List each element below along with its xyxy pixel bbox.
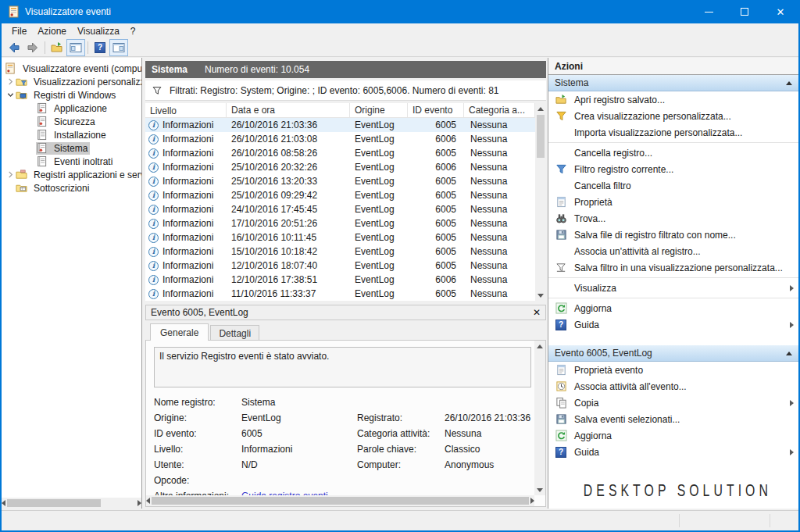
blank-icon <box>555 282 567 295</box>
tree-item-sicurezza[interactable]: Sicurezza <box>2 115 141 128</box>
status-bar <box>2 510 798 530</box>
scroll-down-icon[interactable] <box>534 484 545 495</box>
action-pane-toggle-button[interactable] <box>109 39 128 56</box>
action-guida[interactable]: ?Guida <box>548 444 798 460</box>
event-row[interactable]: iInformazioni12/10/2016 17:38:51EventLog… <box>145 273 535 287</box>
detail-scrollbar[interactable] <box>534 341 545 495</box>
event-row[interactable]: iInformazioni12/10/2016 18:07:40EventLog… <box>145 259 535 273</box>
action-trova[interactable]: Trova... <box>548 210 798 227</box>
collapse-icon[interactable] <box>786 352 792 355</box>
action-apri-registro-salvato[interactable]: Apri registro salvato... <box>548 91 798 108</box>
detail-horizontal-scrollbar[interactable] <box>146 495 534 506</box>
action-visualizza[interactable]: Visualizza <box>548 280 798 296</box>
help-button[interactable]: ? <box>91 39 109 56</box>
event-row[interactable]: iInformazioni15/10/2016 10:18:42EventLog… <box>145 245 535 259</box>
action-cancella-registro[interactable]: Cancella registro... <box>548 145 798 161</box>
filter-yellow-icon <box>555 110 567 123</box>
field-value: Nessuna <box>445 428 531 439</box>
status-separator <box>679 514 680 527</box>
menu-item-[interactable]: ? <box>125 24 141 38</box>
chevron-right-icon[interactable] <box>5 171 16 178</box>
chevron-down-icon[interactable] <box>5 91 16 98</box>
close-detail-icon[interactable]: ✕ <box>533 307 541 318</box>
column-header-cat[interactable]: Categoria a... <box>464 103 535 117</box>
action-aggiorna[interactable]: Aggiorna <box>548 427 798 444</box>
column-header-level[interactable]: Livello <box>145 103 227 117</box>
action-associa-un-attivit-al-registro[interactable]: Associa un'attività al registro... <box>548 243 798 259</box>
event-row[interactable]: iInformazioni26/10/2016 21:03:08EventLog… <box>145 132 535 146</box>
action-filtro-registro-corrente[interactable]: Filtro registro corrente... <box>548 161 798 177</box>
column-header-origin[interactable]: Origine <box>350 103 408 117</box>
scrollbar-thumb[interactable] <box>152 497 529 505</box>
tree-item-sottoscrizioni[interactable]: Sottoscrizioni <box>2 181 141 195</box>
minimize-button[interactable] <box>691 0 727 23</box>
information-icon: i <box>148 191 159 201</box>
action-salva-filtro-in-una-visualizzazione-personalizzata[interactable]: Salva filtro in una visualizzazione pers… <box>548 259 798 276</box>
refresh-icon <box>555 302 567 315</box>
scrollbar-thumb[interactable] <box>537 115 545 158</box>
center-panel: Sistema Numero di eventi: 10.054 Filtrat… <box>142 58 548 509</box>
tree-item-eventi-inoltrati[interactable]: Eventi inoltrati <box>2 155 141 168</box>
event-list-scrollbar[interactable] <box>535 103 546 301</box>
tree-item-applicazione[interactable]: Applicazione <box>2 102 141 115</box>
maximize-button[interactable] <box>727 0 762 23</box>
action-aggiorna[interactable]: Aggiorna <box>548 300 798 316</box>
chevron-right-icon[interactable] <box>5 78 16 85</box>
event-row[interactable]: iInformazioni11/10/2016 11:33:37EventLog… <box>145 287 535 301</box>
action-guida[interactable]: ?Guida <box>548 316 798 333</box>
tree-item-visualizzazioni-personalizzate[interactable]: Visualizzazioni personalizzate <box>2 75 141 88</box>
tree-item-installazione[interactable]: Installazione <box>2 128 141 141</box>
event-row[interactable]: iInformazioni25/10/2016 09:29:42EventLog… <box>145 188 535 202</box>
action-cancella-filtro[interactable]: Cancella filtro <box>548 177 798 194</box>
action-label: Salva filtro in una visualizzazione pers… <box>574 262 783 273</box>
event-row[interactable]: iInformazioni25/10/2016 13:20:33EventLog… <box>145 174 535 188</box>
scroll-right-icon[interactable] <box>530 495 534 506</box>
actions-section-header[interactable]: Evento 6005, EventLog <box>548 345 798 362</box>
tree-item-registri-di-windows[interactable]: Registri di Windows <box>2 88 141 102</box>
menu-item-visualizza[interactable]: Visualizza <box>72 24 125 38</box>
event-level: Informazioni <box>162 134 213 145</box>
action-associa-attivit-all-evento[interactable]: Associa attività all'evento... <box>548 378 798 395</box>
tab-dettagli[interactable]: Dettagli <box>210 325 259 341</box>
back-button[interactable] <box>5 39 23 56</box>
action-salva-file-di-registro-filtrato-con-nome[interactable]: Salva file di registro filtrato con nome… <box>548 227 798 243</box>
action-salva-eventi-selezionati[interactable]: Salva eventi selezionati... <box>548 411 798 427</box>
action-copia[interactable]: Copia <box>548 395 798 411</box>
scroll-left-icon[interactable] <box>2 498 5 509</box>
tree-horizontal-scrollbar[interactable] <box>2 498 141 509</box>
action-importa-visualizzazione-personalizzata[interactable]: Importa visualizzazione personalizzata..… <box>548 124 798 141</box>
console-tree-toggle-button[interactable] <box>66 39 85 56</box>
event-row[interactable]: iInformazioni25/10/2016 20:32:26EventLog… <box>145 160 535 174</box>
event-level: Informazioni <box>162 246 213 257</box>
open-saved-log-button[interactable] <box>48 39 66 56</box>
menu-item-azione[interactable]: Azione <box>32 24 72 38</box>
close-button[interactable]: ✕ <box>762 0 798 23</box>
action-propriet[interactable]: Proprietà <box>548 194 798 210</box>
event-row[interactable]: iInformazioni26/10/2016 08:58:26EventLog… <box>145 146 535 160</box>
scroll-left-icon[interactable] <box>146 495 150 506</box>
event-row[interactable]: iInformazioni24/10/2016 17:45:45EventLog… <box>145 202 535 216</box>
scroll-right-icon[interactable] <box>138 498 141 509</box>
event-row[interactable]: iInformazioni16/10/2016 10:11:45EventLog… <box>145 230 535 245</box>
forward-button[interactable] <box>23 39 42 56</box>
scrollbar-thumb[interactable] <box>7 499 101 507</box>
tree-item-registri-applicazioni-e-servizi[interactable]: Registri applicazioni e servizi <box>2 168 141 181</box>
event-row[interactable]: iInformazioni17/10/2016 20:51:26EventLog… <box>145 216 535 230</box>
collapse-icon[interactable] <box>786 81 792 85</box>
scroll-up-icon[interactable] <box>535 103 546 114</box>
actions-pane: Azioni SistemaApri registro salvato...Cr… <box>548 58 798 509</box>
actions-section-header[interactable]: Sistema <box>548 75 798 91</box>
scroll-down-icon[interactable] <box>535 290 546 301</box>
action-propriet-evento[interactable]: Proprietà evento <box>548 362 798 378</box>
tab-generale[interactable]: Generale <box>150 323 209 341</box>
scroll-up-icon[interactable] <box>534 341 545 352</box>
column-header-date[interactable]: Data e ora <box>227 103 350 117</box>
column-header-id[interactable]: ID evento <box>408 103 464 117</box>
tree-item-visualizzatore-eventi-computer[interactable]: Visualizzatore eventi (computer <box>2 62 141 75</box>
menu-item-file[interactable]: File <box>6 24 32 38</box>
tree-item-sistema[interactable]: Sistema <box>2 141 141 155</box>
event-table-header: LivelloData e oraOrigineID eventoCategor… <box>145 103 535 118</box>
event-row[interactable]: iInformazioni26/10/2016 21:03:36EventLog… <box>145 118 535 132</box>
action-crea-visualizzazione-personalizzata[interactable]: Crea visualizzazione personalizzata... <box>548 108 798 124</box>
filter-blue-icon <box>555 163 567 176</box>
